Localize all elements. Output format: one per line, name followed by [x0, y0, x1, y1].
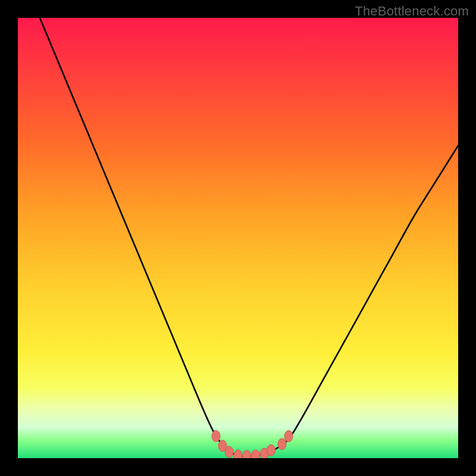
trough-marker — [212, 431, 220, 442]
curve-layer — [18, 18, 458, 458]
trough-markers — [212, 431, 293, 459]
trough-marker — [218, 440, 227, 452]
trough-marker — [284, 431, 293, 442]
outer-frame: TheBottleneck.com — [0, 0, 476, 476]
trough-marker — [243, 450, 251, 458]
trough-marker — [267, 444, 275, 456]
trough-marker — [260, 448, 268, 458]
bottleneck-curve — [40, 18, 458, 456]
trough-marker — [252, 450, 260, 458]
plot-area — [18, 18, 458, 458]
trough-marker — [225, 446, 233, 458]
watermark-text: TheBottleneck.com — [355, 4, 469, 19]
trough-marker — [278, 439, 286, 450]
trough-marker — [234, 450, 242, 458]
